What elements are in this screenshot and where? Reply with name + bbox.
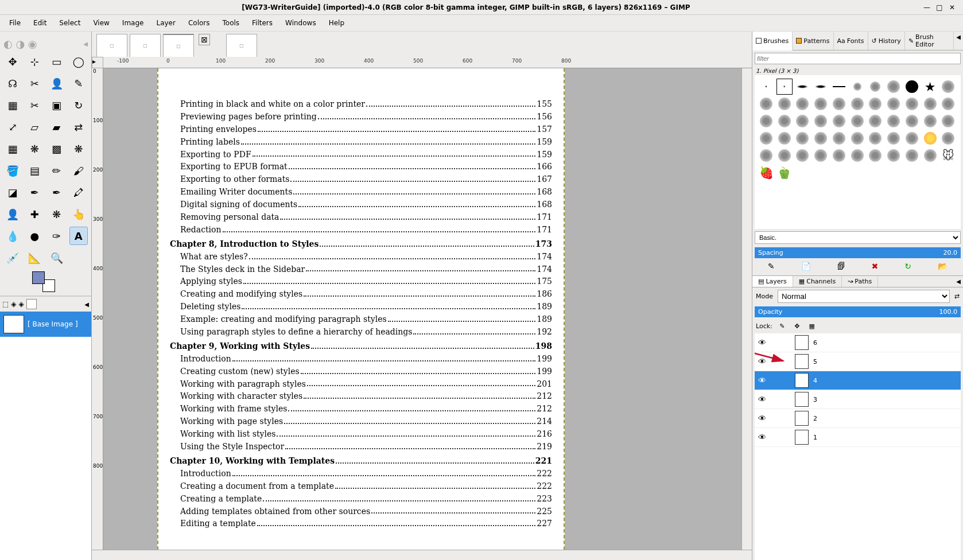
layer-row[interactable]: 👁5: [755, 352, 961, 371]
tab-channels[interactable]: ▦Channels: [793, 276, 842, 287]
lock-pixels-icon[interactable]: ✎: [777, 321, 787, 331]
heal-tool[interactable]: ✚: [25, 205, 44, 223]
tab-patterns[interactable]: Patterns: [793, 32, 833, 50]
menu-file[interactable]: File: [3, 17, 26, 29]
brush-item[interactable]: 🐭: [940, 147, 956, 164]
color-swatch[interactable]: [32, 271, 55, 292]
brush-item[interactable]: [849, 79, 865, 95]
vertical-scrollbar[interactable]: [741, 68, 752, 550]
layer-name[interactable]: 3: [813, 396, 817, 403]
crop-tool[interactable]: ✂: [25, 96, 44, 114]
menu-tools[interactable]: Tools: [217, 17, 246, 29]
lock-position-icon[interactable]: ✥: [792, 321, 802, 331]
ruler-horizontal[interactable]: -100 0 100 200 300 400 500 600 700 800: [103, 57, 752, 68]
canvas[interactable]: Printing in black and white on a color p…: [103, 68, 741, 550]
brush-item[interactable]: [849, 147, 865, 164]
brush-item[interactable]: [794, 147, 810, 164]
tab-close-button[interactable]: ⊠: [199, 34, 210, 45]
brush-item[interactable]: 🫑: [776, 165, 793, 181]
3d-transform-tool[interactable]: ❋: [69, 139, 88, 158]
layer-name[interactable]: 2: [813, 415, 817, 422]
tab-fonts[interactable]: AaFonts: [834, 32, 868, 50]
tab-layers[interactable]: ▤Layers: [752, 276, 793, 287]
foreground-color[interactable]: [32, 271, 45, 284]
blur-tool[interactable]: 💧: [3, 227, 22, 245]
ruler-vertical[interactable]: 0 100 200 300 400 500 600 700 800: [92, 68, 103, 550]
brush-item[interactable]: [758, 113, 774, 129]
new-brush-icon[interactable]: 📄: [801, 262, 811, 271]
brush-item[interactable]: [940, 79, 956, 95]
brush-item[interactable]: [776, 113, 793, 129]
tab-paths[interactable]: ↝Paths: [842, 276, 878, 287]
brush-item[interactable]: [867, 147, 883, 164]
brush-item[interactable]: [831, 96, 847, 112]
tab-brushes[interactable]: Brushes: [752, 32, 793, 50]
layer-name[interactable]: 6: [813, 339, 817, 347]
horizontal-scrollbar[interactable]: [92, 550, 752, 560]
brush-item[interactable]: [758, 96, 774, 112]
brush-item[interactable]: [794, 96, 810, 112]
clone-tool[interactable]: 👤: [3, 205, 22, 223]
brush-item[interactable]: [886, 96, 902, 112]
brush-item[interactable]: [849, 96, 865, 112]
brush-item[interactable]: [831, 79, 847, 95]
shear-tool[interactable]: ▱: [25, 118, 44, 136]
layer-visibility-icon[interactable]: 👁: [758, 357, 772, 366]
lock-alpha-icon[interactable]: ▦: [807, 321, 817, 331]
layer-visibility-icon[interactable]: 👁: [758, 433, 772, 442]
rotate-tool[interactable]: ↻: [69, 96, 88, 114]
ellipse-select-tool[interactable]: ◯: [69, 52, 88, 71]
menu-edit[interactable]: Edit: [28, 17, 52, 29]
maximize-button[interactable]: □: [935, 3, 943, 11]
layer-visibility-icon[interactable]: 👁: [758, 376, 772, 385]
menu-filters[interactable]: Filters: [246, 17, 278, 29]
scissors-tool[interactable]: ✂: [25, 74, 44, 92]
brush-item[interactable]: ·: [758, 79, 774, 95]
brush-item[interactable]: [831, 147, 847, 164]
menu-help[interactable]: Help: [323, 17, 350, 29]
tool-opt-icon[interactable]: ◈: [19, 300, 24, 308]
brush-item[interactable]: [794, 79, 810, 95]
perspective-clone-tool[interactable]: ❋: [48, 205, 66, 223]
layer-row[interactable]: 👁1: [755, 428, 961, 447]
rect-select-tool[interactable]: ▭: [48, 52, 66, 71]
image-tab[interactable]: ▢: [96, 34, 127, 57]
layer-visibility-icon[interactable]: 👁: [758, 414, 772, 423]
brush-filter-input[interactable]: [755, 53, 961, 64]
brush-item[interactable]: [776, 147, 793, 164]
cage-tool[interactable]: ▦: [3, 139, 22, 158]
brush-item[interactable]: [867, 79, 883, 95]
gradient-tool[interactable]: ▤: [25, 161, 44, 180]
bucket-fill-tool[interactable]: 🪣: [3, 161, 22, 180]
layer-row[interactable]: 👁2: [755, 409, 961, 428]
paths-tool[interactable]: ✑: [48, 227, 66, 245]
brush-item[interactable]: [849, 130, 865, 146]
open-brush-icon[interactable]: 📂: [938, 262, 948, 271]
layer-row[interactable]: 👁3: [755, 390, 961, 409]
brush-grid[interactable]: · · ★: [755, 75, 961, 229]
brush-item[interactable]: [886, 130, 902, 146]
minimize-button[interactable]: —: [923, 3, 931, 11]
measure-tool[interactable]: 📐: [25, 248, 44, 267]
brush-item[interactable]: [813, 96, 829, 112]
dock-menu-icon[interactable]: ◀: [954, 32, 963, 50]
eraser-tool[interactable]: ◪: [3, 183, 22, 201]
opacity-slider[interactable]: Opacity 100.0: [755, 306, 961, 317]
duplicate-brush-icon[interactable]: 🗐: [837, 262, 845, 271]
brush-item[interactable]: [867, 130, 883, 146]
brush-item[interactable]: [904, 96, 920, 112]
smudge-tool[interactable]: 👆: [69, 205, 88, 223]
tab-history[interactable]: ↺History: [868, 32, 905, 50]
handle-transform-tool[interactable]: ▩: [48, 139, 66, 158]
brush-item[interactable]: [813, 79, 829, 95]
brush-item[interactable]: [904, 113, 920, 129]
brush-item[interactable]: [831, 113, 847, 129]
brush-item[interactable]: [904, 79, 920, 95]
layer-row[interactable]: 👁6: [755, 333, 961, 352]
text-tool[interactable]: A: [69, 227, 88, 245]
brush-item[interactable]: [776, 130, 793, 146]
brush-item[interactable]: [776, 96, 793, 112]
layer-name[interactable]: 5: [813, 358, 817, 365]
tool-opt-icon[interactable]: ◈: [11, 300, 16, 308]
menu-layer[interactable]: Layer: [150, 17, 181, 29]
